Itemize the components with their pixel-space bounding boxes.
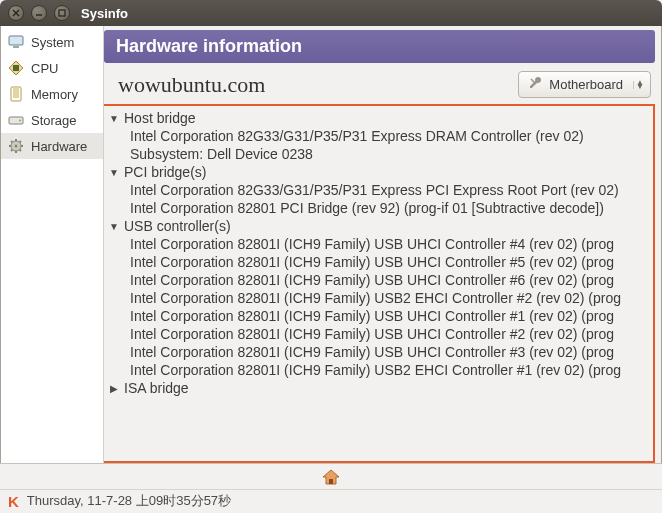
- svg-point-7: [19, 120, 21, 122]
- tree-item[interactable]: Intel Corporation 82801I (ICH9 Family) U…: [130, 307, 653, 325]
- sidebar-item-memory[interactable]: Memory: [1, 81, 103, 107]
- tree-item[interactable]: Intel Corporation 82801I (ICH9 Family) U…: [130, 271, 653, 289]
- tree-item[interactable]: Intel Corporation 82801 PCI Bridge (rev …: [130, 199, 653, 217]
- window-close-button[interactable]: [8, 5, 24, 21]
- sidebar-item-cpu[interactable]: CPU: [1, 55, 103, 81]
- window-maximize-button[interactable]: [54, 5, 70, 21]
- tree-group-label: Host bridge: [124, 110, 196, 126]
- disk-icon: [7, 111, 25, 129]
- tree-item[interactable]: Intel Corporation 82801I (ICH9 Family) U…: [130, 325, 653, 343]
- tree-group-header[interactable]: ▼USB controller(s): [108, 217, 653, 235]
- cpu-icon: [7, 59, 25, 77]
- window-minimize-button[interactable]: [31, 5, 47, 21]
- triangle-down-icon: ▼: [108, 221, 120, 232]
- memory-icon: [7, 85, 25, 103]
- triangle-right-icon: ▶: [108, 383, 120, 394]
- page-title: Hardware information: [104, 30, 655, 63]
- tree-item[interactable]: Intel Corporation 82801I (ICH9 Family) U…: [130, 361, 653, 379]
- svg-rect-10: [329, 479, 333, 484]
- combo-label: Motherboard: [549, 77, 623, 92]
- sidebar-item-label: CPU: [31, 61, 58, 76]
- sidebar-item-label: Memory: [31, 87, 78, 102]
- tree-group-header[interactable]: ▼PCI bridge(s): [108, 163, 653, 181]
- gear-icon: [7, 137, 25, 155]
- sidebar-item-label: Storage: [31, 113, 77, 128]
- category-combo[interactable]: Motherboard ▲▼: [518, 71, 651, 98]
- tree-group-header[interactable]: ▼Host bridge: [108, 109, 653, 127]
- home-icon[interactable]: [321, 468, 341, 486]
- status-datetime: Thursday, 11-7-28 上09时35分57秒: [27, 492, 231, 510]
- tree-item[interactable]: Intel Corporation 82801I (ICH9 Family) U…: [130, 235, 653, 253]
- hardware-tree[interactable]: ▼Host bridgeIntel Corporation 82G33/G31/…: [104, 104, 655, 463]
- window-title: Sysinfo: [81, 6, 128, 21]
- triangle-down-icon: ▼: [108, 113, 120, 124]
- tree-group-label: PCI bridge(s): [124, 164, 206, 180]
- triangle-down-icon: ▼: [108, 167, 120, 178]
- tree-item[interactable]: Intel Corporation 82801I (ICH9 Family) U…: [130, 253, 653, 271]
- tree-item[interactable]: Subsystem: Dell Device 0238: [130, 145, 653, 163]
- titlebar: Sysinfo: [0, 0, 662, 26]
- svg-point-9: [15, 145, 18, 148]
- chevron-updown-icon: ▲▼: [633, 81, 646, 89]
- main-pane: Hardware information wowubuntu.com Mothe…: [104, 26, 661, 463]
- sidebar-item-system[interactable]: System: [1, 29, 103, 55]
- sidebar: System CPU Memory Storage: [1, 26, 104, 463]
- tree-group-header[interactable]: ▶ISA bridge: [108, 379, 653, 397]
- watermark-text: wowubuntu.com: [118, 72, 265, 98]
- tree-item[interactable]: Intel Corporation 82801I (ICH9 Family) U…: [130, 289, 653, 307]
- svg-rect-2: [13, 46, 19, 48]
- tree-item[interactable]: Intel Corporation 82G33/G31/P35/P31 Expr…: [130, 127, 653, 145]
- footer: K Thursday, 11-7-28 上09时35分57秒: [0, 463, 662, 513]
- tree-item[interactable]: Intel Corporation 82801I (ICH9 Family) U…: [130, 343, 653, 361]
- sidebar-item-label: Hardware: [31, 139, 87, 154]
- app-k-icon: K: [8, 493, 19, 510]
- svg-rect-1: [9, 36, 23, 45]
- tree-group-label: USB controller(s): [124, 218, 231, 234]
- sidebar-item-hardware[interactable]: Hardware: [1, 133, 103, 159]
- wrench-icon: [527, 75, 543, 94]
- sidebar-item-label: System: [31, 35, 74, 50]
- sidebar-item-storage[interactable]: Storage: [1, 107, 103, 133]
- svg-rect-4: [13, 65, 19, 71]
- tree-group-label: ISA bridge: [124, 380, 189, 396]
- tree-item[interactable]: Intel Corporation 82G33/G31/P35/P31 Expr…: [130, 181, 653, 199]
- monitor-icon: [7, 33, 25, 51]
- svg-rect-0: [59, 10, 65, 16]
